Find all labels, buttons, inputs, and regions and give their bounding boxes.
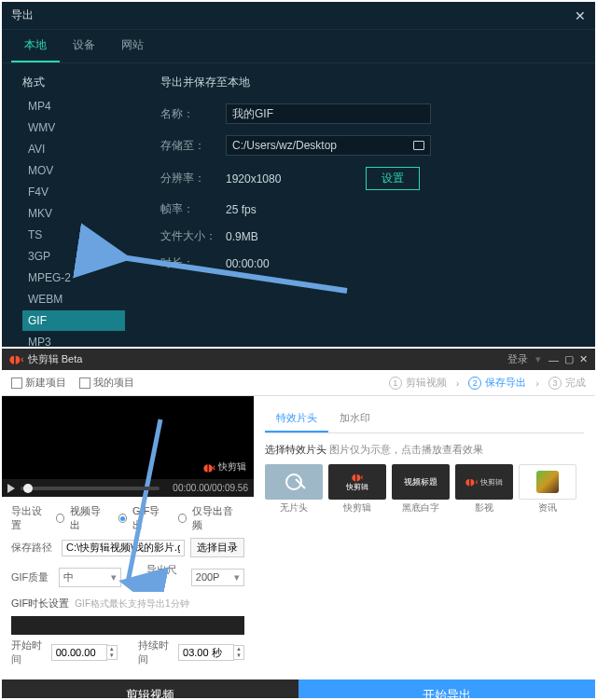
card-kuai[interactable]: ◖◗‹快剪辑 快剪辑 — [328, 464, 386, 515]
path-label: 保存路径 — [11, 541, 56, 555]
settings-button[interactable]: 设置 — [366, 167, 420, 190]
gif-duration-label: GIF时长设置 — [11, 597, 69, 611]
up-icon[interactable]: ▲ — [234, 646, 243, 652]
time-text: 00:00.00/00:09.56 — [173, 483, 248, 493]
preview-watermark: ◖◗‹ 快剪辑 — [203, 460, 246, 474]
video-editor-window: ◖◗‹ 快剪辑 Beta 登录 ▾ — ▢ ✕ 新建项目 我的项目 1剪辑视频 … — [2, 349, 595, 696]
new-project-button[interactable]: 新建项目 — [11, 376, 66, 390]
minimize-icon[interactable]: — — [548, 354, 559, 365]
card-news[interactable]: 资讯 — [519, 464, 576, 515]
start-time-spinner[interactable]: ▲▼ — [51, 644, 118, 661]
start-export-button[interactable]: 开始导出 — [298, 679, 595, 698]
step-1[interactable]: 1剪辑视频 — [389, 376, 447, 390]
step-3[interactable]: 3完成 — [548, 376, 586, 390]
close-icon[interactable]: ✕ — [575, 8, 586, 23]
play-icon[interactable] — [7, 484, 15, 493]
card-none[interactable]: 无片头 — [265, 464, 323, 515]
fx-cards: 无片头 ◖◗‹快剪辑 快剪辑 视频标题 黑底白字 ◖◗‹ 快剪辑 影视 资讯 — [265, 464, 584, 515]
label-resolution: 分辨率： — [160, 171, 226, 186]
editor-body: ◖◗‹ 快剪辑 00:00.00/00:09.56 — [2, 396, 595, 679]
player-bar: 00:00.00/00:09.56 — [2, 479, 254, 497]
my-projects-button[interactable]: 我的项目 — [79, 376, 134, 390]
label-saveto: 存储至： — [160, 138, 226, 154]
settings-title: 导出并保存至本地 — [160, 75, 580, 90]
radio-audio[interactable] — [178, 514, 187, 523]
folder-icon[interactable] — [413, 141, 424, 150]
logo-icon: ◖◗‹ — [203, 462, 215, 473]
format-mkv[interactable]: MKV — [22, 203, 125, 224]
right-panel: 特效片头 加水印 选择特效片头 图片仅为示意，点击播放查看效果 无片头 ◖◗‹快… — [254, 396, 595, 679]
format-f4v[interactable]: F4V — [22, 182, 125, 202]
format-heading: 格式 — [22, 75, 125, 90]
path-input[interactable] — [62, 540, 185, 556]
format-list: 格式 MP4 WMV AVI MOV F4V MKV TS 3GP MPEG-2… — [22, 75, 125, 353]
step-2[interactable]: 2保存导出 — [468, 376, 526, 390]
save-path-text: C:/Users/wz/Desktop — [232, 139, 337, 152]
tab-fx[interactable]: 特效片头 — [265, 405, 328, 432]
down-icon[interactable]: ▼ — [234, 652, 243, 659]
preview-area[interactable]: ◖◗‹ 快剪辑 — [2, 396, 254, 479]
titlebar: 导出 ✕ — [2, 2, 595, 30]
timeline-strip[interactable] — [11, 616, 244, 635]
maximize-icon[interactable]: ▢ — [564, 353, 574, 365]
format-ts[interactable]: TS — [22, 225, 125, 245]
start-time-label: 开始时间 — [11, 638, 46, 666]
duration-spinner[interactable]: ▲▼ — [178, 644, 244, 661]
export-heading: 导出设置 — [11, 504, 50, 532]
size-select[interactable]: 200P — [191, 569, 244, 586]
export-panel: 导出设置 视频导出 GIF导出 仅导出音频 保存路径 选择目录 GIF质量 中 … — [2, 497, 254, 679]
card-title[interactable]: 视频标题 黑底白字 — [392, 464, 450, 515]
format-webm[interactable]: WEBM — [22, 289, 125, 309]
export-dialog-window: 导出 ✕ 本地 设备 网站 格式 MP4 WMV AVI MOV F4V MKV… — [2, 2, 595, 347]
quality-label: GIF质量 — [11, 570, 53, 584]
name-input[interactable] — [226, 103, 431, 124]
label-filesize: 文件大小： — [160, 228, 226, 244]
down-icon[interactable]: ▼ — [107, 652, 117, 659]
up-icon[interactable]: ▲ — [107, 646, 117, 652]
label-fps: 帧率： — [160, 201, 226, 217]
logo-icon: ◖◗‹ — [9, 353, 24, 365]
browse-button[interactable]: 选择目录 — [190, 538, 244, 557]
label-name: 名称： — [160, 106, 226, 122]
gold-icon — [536, 471, 559, 493]
bottom-bar: 剪辑视频 开始导出 — [2, 679, 595, 698]
tab-device[interactable]: 设备 — [60, 30, 108, 62]
progress[interactable]: 00:00.00/00:09.56 — [21, 483, 248, 493]
radio-video[interactable] — [56, 514, 64, 523]
gif-duration-note: GIF格式最长支持导出1分钟 — [75, 597, 188, 611]
fps-value: 25 fps — [226, 203, 257, 216]
app-logo: ◖◗‹ 快剪辑 Beta — [9, 352, 82, 366]
size-label: 导出尺寸 — [146, 563, 186, 591]
steps-indicator: 1剪辑视频 › 2保存导出 › 3完成 — [389, 376, 586, 390]
format-3gp[interactable]: 3GP — [22, 246, 125, 267]
card-movie[interactable]: ◖◗‹ 快剪辑 影视 — [455, 464, 513, 515]
login-link[interactable]: 登录 — [507, 352, 528, 366]
format-mov[interactable]: MOV — [22, 160, 125, 181]
back-button[interactable]: 剪辑视频 — [2, 679, 298, 698]
folder-icon — [79, 377, 90, 389]
duration-value: 00:00:00 — [226, 257, 270, 270]
settings-panel: 导出并保存至本地 名称： 存储至： C:/Users/wz/Desktop 分辨… — [125, 75, 580, 353]
radio-gif[interactable] — [118, 514, 127, 523]
plus-icon — [11, 377, 22, 389]
format-mp4[interactable]: MP4 — [22, 96, 125, 117]
format-wmv[interactable]: WMV — [22, 117, 125, 138]
save-path-box[interactable]: C:/Users/wz/Desktop — [226, 135, 431, 156]
quality-select[interactable]: 中 — [59, 568, 121, 587]
format-gif[interactable]: GIF — [22, 310, 125, 331]
progress-thumb[interactable] — [23, 484, 33, 493]
close-icon[interactable]: ✕ — [579, 353, 588, 365]
window-title: 导出 — [11, 7, 34, 23]
format-mpeg2[interactable]: MPEG-2 — [22, 268, 125, 288]
app-title: 快剪辑 Beta — [28, 352, 83, 366]
no-icon — [285, 474, 302, 490]
resolution-value: 1920x1080 — [226, 172, 366, 185]
right-tabs: 特效片头 加水印 — [265, 405, 584, 433]
label-duration: 时长： — [160, 255, 226, 271]
tab-watermark[interactable]: 加水印 — [328, 405, 382, 432]
tab-local[interactable]: 本地 — [11, 30, 60, 62]
filesize-value: 0.9MB — [226, 230, 258, 243]
toolbar: 新建项目 我的项目 1剪辑视频 › 2保存导出 › 3完成 — [2, 370, 595, 396]
format-avi[interactable]: AVI — [22, 139, 125, 159]
tab-web[interactable]: 网站 — [108, 30, 157, 62]
